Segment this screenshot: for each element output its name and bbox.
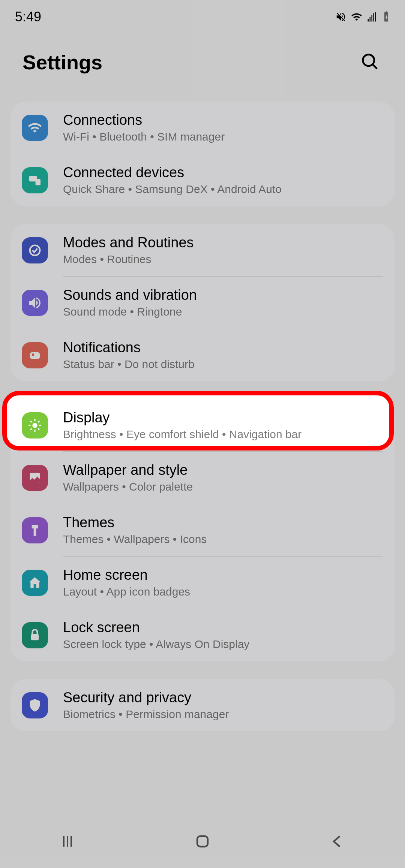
search-icon bbox=[360, 67, 380, 72]
lock-icon bbox=[22, 622, 48, 648]
navigation-bar bbox=[0, 816, 405, 868]
recents-icon bbox=[58, 846, 76, 852]
item-title: Connections bbox=[63, 112, 383, 128]
image-icon bbox=[22, 465, 48, 491]
status-time: 5:49 bbox=[15, 9, 41, 25]
svg-point-22 bbox=[32, 423, 37, 428]
item-title: Display bbox=[63, 410, 383, 426]
svg-rect-17 bbox=[31, 634, 39, 640]
themes-icon bbox=[22, 517, 48, 543]
list-item-connected-devices[interactable]: Connected devices Quick Share • Samsung … bbox=[10, 154, 394, 206]
devices-icon bbox=[22, 167, 48, 193]
header: Settings bbox=[0, 30, 405, 102]
item-title: Wallpaper and style bbox=[63, 462, 383, 478]
back-icon bbox=[328, 846, 346, 852]
list-item-sounds-vibration[interactable]: Sounds and vibration Sound mode • Ringto… bbox=[10, 277, 394, 329]
notifications-icon bbox=[22, 342, 48, 368]
svg-line-30 bbox=[38, 421, 39, 422]
svg-rect-21 bbox=[197, 836, 208, 847]
svg-rect-5 bbox=[30, 352, 40, 359]
list-item-notifications[interactable]: Notifications Status bar • Do not distur… bbox=[10, 329, 394, 381]
svg-rect-3 bbox=[36, 179, 40, 185]
svg-point-6 bbox=[32, 353, 34, 356]
sound-icon bbox=[22, 290, 48, 316]
item-subtitle: Sound mode • Ringtone bbox=[63, 305, 383, 318]
wifi-icon bbox=[22, 115, 48, 141]
home-button[interactable] bbox=[171, 825, 234, 859]
page-title: Settings bbox=[22, 51, 102, 74]
item-subtitle: Wallpapers • Color palette bbox=[63, 480, 383, 493]
item-subtitle: Quick Share • Samsung DeX • Android Auto bbox=[63, 183, 383, 196]
back-button[interactable] bbox=[306, 825, 369, 859]
svg-line-28 bbox=[38, 428, 39, 430]
item-title: Connected devices bbox=[63, 165, 383, 181]
recents-button[interactable] bbox=[36, 825, 99, 859]
settings-group: Connections Wi-Fi • Bluetooth • SIM mana… bbox=[10, 102, 394, 206]
svg-line-1 bbox=[373, 64, 377, 69]
item-title: Sounds and vibration bbox=[63, 287, 383, 303]
item-subtitle: Biometrics • Permission manager bbox=[63, 708, 383, 721]
list-item-modes-routines[interactable]: Modes and Routines Modes • Routines bbox=[10, 224, 394, 276]
list-item-wallpaper-style[interactable]: Wallpaper and style Wallpapers • Color p… bbox=[10, 452, 394, 504]
battery-icon bbox=[382, 11, 390, 22]
list-item-lock-screen[interactable]: Lock screen Screen lock type • Always On… bbox=[10, 609, 394, 661]
svg-line-29 bbox=[30, 428, 32, 430]
mute-icon bbox=[335, 11, 346, 22]
item-subtitle: Status bar • Do not disturb bbox=[63, 358, 383, 371]
item-title: Security and privacy bbox=[63, 690, 383, 706]
item-title: Modes and Routines bbox=[63, 235, 383, 251]
item-subtitle: Modes • Routines bbox=[63, 253, 383, 266]
svg-point-0 bbox=[363, 55, 374, 66]
settings-group: Security and privacy Biometrics • Permis… bbox=[10, 679, 394, 731]
signal-icon bbox=[367, 11, 378, 22]
highlighted-item-display[interactable]: Display Brightness • Eye comfort shield … bbox=[10, 399, 394, 451]
settings-group: Modes and Routines Modes • Routines Soun… bbox=[10, 224, 394, 381]
item-title: Home screen bbox=[63, 567, 383, 583]
wifi-icon bbox=[351, 11, 362, 22]
item-subtitle: Wi-Fi • Bluetooth • SIM manager bbox=[63, 130, 383, 143]
item-subtitle: Brightness • Eye comfort shield • Naviga… bbox=[63, 428, 383, 441]
list-item-themes[interactable]: Themes Themes • Wallpapers • Icons bbox=[10, 504, 394, 556]
list-item-home-screen[interactable]: Home screen Layout • App icon badges bbox=[10, 557, 394, 609]
search-button[interactable] bbox=[357, 49, 382, 75]
settings-list: Connections Wi-Fi • Bluetooth • SIM mana… bbox=[0, 102, 405, 824]
item-subtitle: Screen lock type • Always On Display bbox=[63, 638, 383, 651]
item-title: Lock screen bbox=[63, 620, 383, 636]
routines-icon bbox=[22, 237, 48, 263]
item-subtitle: Layout • App icon badges bbox=[63, 585, 383, 598]
item-title: Notifications bbox=[63, 340, 383, 356]
list-item-connections[interactable]: Connections Wi-Fi • Bluetooth • SIM mana… bbox=[10, 102, 394, 154]
svg-line-27 bbox=[30, 421, 32, 422]
shield-icon bbox=[22, 692, 48, 718]
status-bar: 5:49 bbox=[0, 0, 405, 30]
status-icons bbox=[335, 11, 390, 22]
item-subtitle: Themes • Wallpapers • Icons bbox=[63, 533, 383, 546]
list-item-security-privacy[interactable]: Security and privacy Biometrics • Permis… bbox=[10, 679, 394, 731]
home-nav-icon bbox=[194, 846, 212, 852]
brightness-icon bbox=[22, 412, 48, 438]
item-title: Themes bbox=[63, 515, 383, 531]
home-icon bbox=[22, 570, 48, 596]
